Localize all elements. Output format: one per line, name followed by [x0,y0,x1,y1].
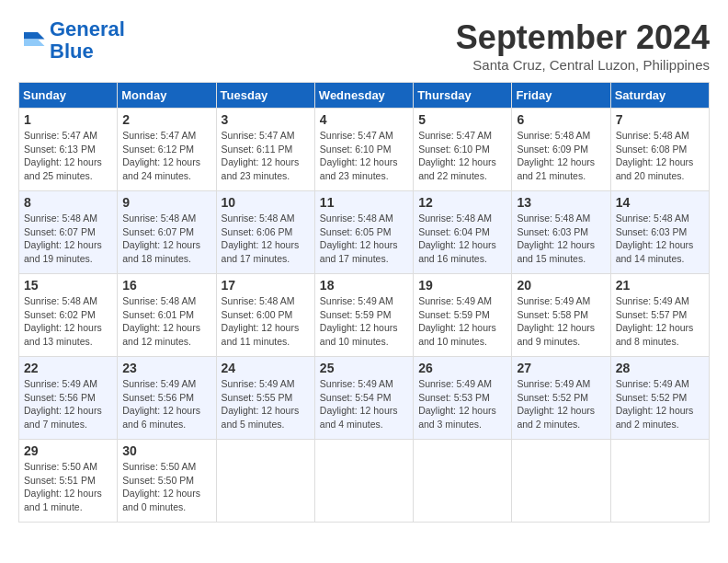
day-cell-23: 23 Sunrise: 5:49 AM Sunset: 5:56 PM Dayl… [118,357,216,440]
day-info: Sunrise: 5:49 AM Sunset: 5:59 PM Dayligh… [418,294,506,349]
day-cell-29: 29 Sunrise: 5:50 AM Sunset: 5:51 PM Dayl… [19,440,118,523]
day-number: 11 [320,195,408,210]
day-cell-30: 30 Sunrise: 5:50 AM Sunset: 5:50 PM Dayl… [118,440,216,523]
svg-marker-3 [38,40,45,47]
day-info: Sunrise: 5:47 AM Sunset: 6:10 PM Dayligh… [418,129,506,183]
day-cell-4: 4 Sunrise: 5:47 AM Sunset: 6:10 PM Dayli… [314,109,413,191]
svg-rect-1 [24,32,38,40]
logo-text: General Blue [50,18,125,63]
day-cell-6: 6 Sunrise: 5:48 AM Sunset: 6:09 PM Dayli… [512,109,610,191]
logo: General Blue [18,18,125,63]
day-cell-13: 13 Sunrise: 5:48 AM Sunset: 6:03 PM Dayl… [512,191,610,274]
day-number: 21 [616,278,704,293]
day-cell-15: 15 Sunrise: 5:48 AM Sunset: 6:02 PM Dayl… [19,274,118,357]
day-cell-10: 10 Sunrise: 5:48 AM Sunset: 6:06 PM Dayl… [216,191,314,274]
day-cell-26: 26 Sunrise: 5:49 AM Sunset: 5:53 PM Dayl… [414,357,512,440]
day-number: 4 [320,112,408,127]
day-info: Sunrise: 5:47 AM Sunset: 6:13 PM Dayligh… [24,129,112,183]
col-monday: Monday [118,83,216,109]
day-cell-28: 28 Sunrise: 5:49 AM Sunset: 5:52 PM Dayl… [610,357,709,440]
day-cell-18: 18 Sunrise: 5:49 AM Sunset: 5:59 PM Dayl… [314,274,413,357]
day-cell-9: 9 Sunrise: 5:48 AM Sunset: 6:07 PM Dayli… [118,191,216,274]
day-info: Sunrise: 5:48 AM Sunset: 6:03 PM Dayligh… [616,212,704,266]
day-number: 2 [122,112,210,127]
day-number: 6 [517,112,605,127]
day-cell-21: 21 Sunrise: 5:49 AM Sunset: 5:57 PM Dayl… [610,274,709,357]
week-row-1: 1 Sunrise: 5:47 AM Sunset: 6:13 PM Dayli… [19,109,710,191]
day-cell-22: 22 Sunrise: 5:49 AM Sunset: 5:56 PM Dayl… [19,357,118,440]
day-info: Sunrise: 5:48 AM Sunset: 6:01 PM Dayligh… [122,294,210,349]
day-number: 24 [222,361,310,375]
day-number: 29 [24,443,112,458]
day-info: Sunrise: 5:48 AM Sunset: 6:06 PM Dayligh… [222,212,310,266]
day-cell-25: 25 Sunrise: 5:49 AM Sunset: 5:54 PM Dayl… [314,357,413,440]
col-friday: Friday [512,83,610,109]
logo-icon [18,27,46,54]
day-info: Sunrise: 5:47 AM Sunset: 6:11 PM Dayligh… [222,129,310,183]
page-header: General Blue September 2024 Santa Cruz, … [18,18,710,73]
day-number: 25 [320,361,408,375]
week-row-4: 22 Sunrise: 5:49 AM Sunset: 5:56 PM Dayl… [19,357,710,440]
day-info: Sunrise: 5:49 AM Sunset: 5:59 PM Dayligh… [320,294,408,349]
day-number: 27 [517,361,605,375]
day-info: Sunrise: 5:49 AM Sunset: 5:52 PM Dayligh… [517,377,605,431]
week-row-3: 15 Sunrise: 5:48 AM Sunset: 6:02 PM Dayl… [19,274,710,357]
col-saturday: Saturday [610,83,709,109]
day-cell-8: 8 Sunrise: 5:48 AM Sunset: 6:07 PM Dayli… [19,191,118,274]
day-number: 9 [122,195,210,210]
day-number: 28 [616,361,704,375]
day-number: 18 [320,278,408,293]
day-info: Sunrise: 5:49 AM Sunset: 5:54 PM Dayligh… [320,377,408,431]
day-cell-20: 20 Sunrise: 5:49 AM Sunset: 5:58 PM Dayl… [512,274,610,357]
day-cell-2: 2 Sunrise: 5:47 AM Sunset: 6:12 PM Dayli… [118,109,216,191]
title-block: September 2024 Santa Cruz, Central Luzon… [456,18,710,73]
day-info: Sunrise: 5:48 AM Sunset: 6:05 PM Dayligh… [320,212,408,266]
header-row: Sunday Monday Tuesday Wednesday Thursday… [19,83,710,109]
location-subtitle: Santa Cruz, Central Luzon, Philippines [456,57,710,73]
day-number: 1 [24,112,112,127]
day-number: 19 [418,278,506,293]
day-info: Sunrise: 5:48 AM Sunset: 6:07 PM Dayligh… [24,212,112,266]
day-number: 23 [122,361,210,375]
day-info: Sunrise: 5:49 AM Sunset: 5:57 PM Dayligh… [616,294,704,349]
calendar-table: Sunday Monday Tuesday Wednesday Thursday… [18,82,710,523]
day-number: 8 [24,195,112,210]
day-info: Sunrise: 5:48 AM Sunset: 6:02 PM Dayligh… [24,294,112,349]
col-tuesday: Tuesday [216,83,314,109]
week-row-5: 29 Sunrise: 5:50 AM Sunset: 5:51 PM Dayl… [19,440,710,523]
day-info: Sunrise: 5:48 AM Sunset: 6:04 PM Dayligh… [418,212,506,266]
week-row-2: 8 Sunrise: 5:48 AM Sunset: 6:07 PM Dayli… [19,191,710,274]
empty-cell [512,440,610,523]
month-title: September 2024 [456,18,710,57]
day-info: Sunrise: 5:47 AM Sunset: 6:12 PM Dayligh… [122,129,210,183]
day-info: Sunrise: 5:48 AM Sunset: 6:07 PM Dayligh… [122,212,210,266]
col-thursday: Thursday [414,83,512,109]
day-number: 17 [222,278,310,293]
day-info: Sunrise: 5:49 AM Sunset: 5:52 PM Dayligh… [616,377,704,431]
empty-cell [314,440,413,523]
day-info: Sunrise: 5:48 AM Sunset: 6:00 PM Dayligh… [222,294,310,349]
day-info: Sunrise: 5:50 AM Sunset: 5:51 PM Dayligh… [24,460,112,514]
day-info: Sunrise: 5:49 AM Sunset: 5:56 PM Dayligh… [24,377,112,431]
day-cell-3: 3 Sunrise: 5:47 AM Sunset: 6:11 PM Dayli… [216,109,314,191]
day-info: Sunrise: 5:47 AM Sunset: 6:10 PM Dayligh… [320,129,408,183]
day-number: 30 [122,443,210,458]
day-number: 3 [222,112,310,127]
day-cell-11: 11 Sunrise: 5:48 AM Sunset: 6:05 PM Dayl… [314,191,413,274]
day-info: Sunrise: 5:49 AM Sunset: 5:56 PM Dayligh… [122,377,210,431]
day-number: 14 [616,195,704,210]
day-info: Sunrise: 5:49 AM Sunset: 5:58 PM Dayligh… [517,294,605,349]
day-number: 7 [616,112,704,127]
col-sunday: Sunday [19,83,118,109]
day-cell-16: 16 Sunrise: 5:48 AM Sunset: 6:01 PM Dayl… [118,274,216,357]
empty-cell [216,440,314,523]
day-number: 10 [222,195,310,210]
day-number: 5 [418,112,506,127]
day-cell-1: 1 Sunrise: 5:47 AM Sunset: 6:13 PM Dayli… [19,109,118,191]
day-cell-5: 5 Sunrise: 5:47 AM Sunset: 6:10 PM Dayli… [414,109,512,191]
day-cell-17: 17 Sunrise: 5:48 AM Sunset: 6:00 PM Dayl… [216,274,314,357]
day-number: 13 [517,195,605,210]
day-cell-27: 27 Sunrise: 5:49 AM Sunset: 5:52 PM Dayl… [512,357,610,440]
day-info: Sunrise: 5:48 AM Sunset: 6:08 PM Dayligh… [616,129,704,183]
day-number: 22 [24,361,112,375]
